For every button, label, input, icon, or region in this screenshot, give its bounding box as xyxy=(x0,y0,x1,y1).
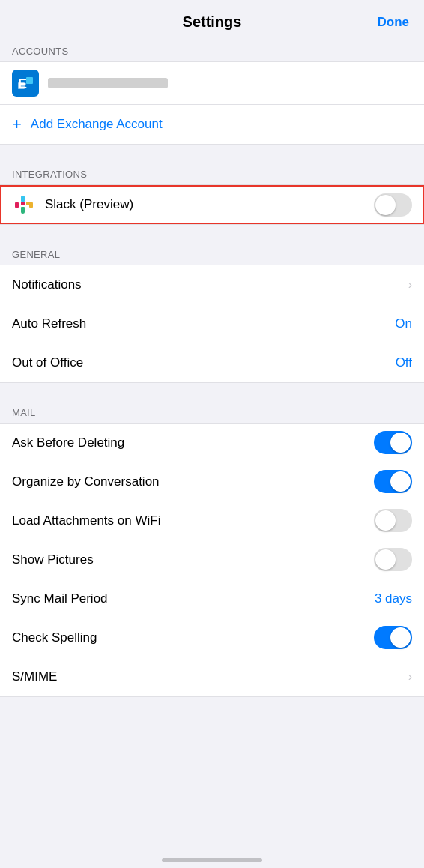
notifications-chevron-icon: › xyxy=(408,278,412,292)
accounts-section-header: ACCOUNTS xyxy=(0,38,424,61)
load-attachments-toggle[interactable] xyxy=(374,509,412,532)
svg-rect-10 xyxy=(21,207,25,211)
load-attachments-row[interactable]: Load Attachments on WiFi xyxy=(0,501,424,540)
add-plus-icon: + xyxy=(12,116,22,133)
mail-group: Ask Before Deleting Organize by Conversa… xyxy=(0,423,424,697)
organize-by-conversation-label: Organize by Conversation xyxy=(12,474,374,489)
organize-by-conversation-toggle[interactable] xyxy=(374,470,412,493)
done-button[interactable]: Done xyxy=(372,15,409,30)
organize-by-conversation-row[interactable]: Organize by Conversation xyxy=(0,462,424,501)
load-attachments-label: Load Attachments on WiFi xyxy=(12,513,374,528)
check-spelling-label: Check Spelling xyxy=(12,630,374,645)
auto-refresh-value: On xyxy=(395,316,412,331)
notifications-label: Notifications xyxy=(12,277,402,292)
add-exchange-label: Add Exchange Account xyxy=(31,117,163,132)
svg-rect-8 xyxy=(21,202,25,205)
slack-toggle[interactable] xyxy=(374,193,412,217)
check-spelling-thumb xyxy=(390,627,411,648)
account-email-blurred xyxy=(48,78,168,88)
nav-bar: Settings Done xyxy=(0,0,424,38)
show-pictures-thumb xyxy=(375,549,396,570)
spacer-2 xyxy=(0,225,424,241)
general-section-header: GENERAL xyxy=(0,241,424,265)
notifications-row[interactable]: Notifications › xyxy=(0,265,424,304)
ask-before-deleting-label: Ask Before Deleting xyxy=(12,435,374,450)
slack-label: Slack (Preview) xyxy=(45,197,374,212)
ask-before-deleting-toggle[interactable] xyxy=(374,431,412,454)
svg-rect-3 xyxy=(18,82,25,89)
accounts-group: E + Add Exchange Account xyxy=(0,61,424,145)
svg-rect-4 xyxy=(15,202,19,208)
slack-toggle-thumb xyxy=(375,195,396,215)
integrations-group: Slack (Preview) xyxy=(0,184,424,225)
general-group: Notifications › Auto Refresh On Out of O… xyxy=(0,265,424,383)
auto-refresh-row[interactable]: Auto Refresh On xyxy=(0,304,424,343)
spacer-3 xyxy=(0,383,424,400)
show-pictures-row[interactable]: Show Pictures xyxy=(0,540,424,579)
ask-before-deleting-thumb xyxy=(390,433,411,453)
smime-row[interactable]: S/MIME › xyxy=(0,657,424,696)
out-of-office-label: Out of Office xyxy=(12,355,390,370)
spacer-1 xyxy=(0,145,424,161)
show-pictures-label: Show Pictures xyxy=(12,552,374,567)
svg-rect-2 xyxy=(26,77,33,84)
organize-by-conversation-thumb xyxy=(390,471,411,492)
exchange-account-icon: E xyxy=(12,70,39,97)
out-of-office-value: Off xyxy=(396,355,412,370)
sync-mail-period-row[interactable]: Sync Mail Period 3 days xyxy=(0,579,424,618)
smime-label: S/MIME xyxy=(12,669,402,684)
sync-mail-period-value: 3 days xyxy=(375,591,412,606)
slack-icon xyxy=(12,193,36,217)
page-title: Settings xyxy=(52,13,372,31)
sync-mail-period-label: Sync Mail Period xyxy=(12,591,369,606)
ask-before-deleting-row[interactable]: Ask Before Deleting xyxy=(0,424,424,462)
check-spelling-toggle[interactable] xyxy=(374,626,412,649)
svg-rect-9 xyxy=(26,202,30,205)
integrations-section-header: INTEGRATIONS xyxy=(0,161,424,184)
mail-section-header: MAIL xyxy=(0,400,424,423)
check-spelling-row[interactable]: Check Spelling xyxy=(0,618,424,657)
add-exchange-account-row[interactable]: + Add Exchange Account xyxy=(0,105,424,144)
smime-chevron-icon: › xyxy=(408,670,412,684)
out-of-office-row[interactable]: Out of Office Off xyxy=(0,343,424,382)
existing-account-row[interactable]: E xyxy=(0,62,424,105)
slack-row[interactable]: Slack (Preview) xyxy=(0,185,424,224)
load-attachments-thumb xyxy=(375,510,396,531)
home-indicator xyxy=(162,858,262,862)
svg-rect-11 xyxy=(21,196,25,200)
bottom-spacer xyxy=(0,697,424,742)
auto-refresh-label: Auto Refresh xyxy=(12,316,389,331)
show-pictures-toggle[interactable] xyxy=(374,548,412,571)
